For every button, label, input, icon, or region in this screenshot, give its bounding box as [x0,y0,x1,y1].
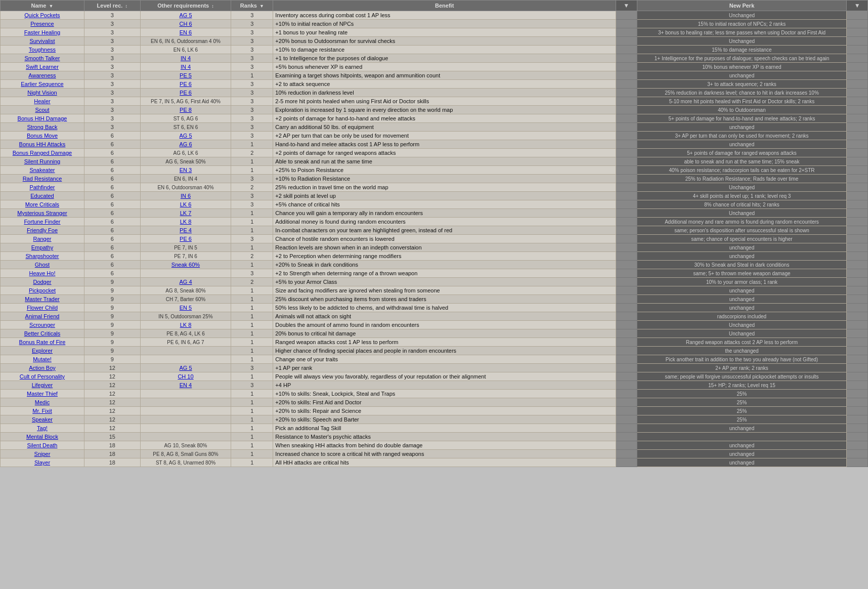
perk-name[interactable]: Toughness [1,46,84,54]
perk-name[interactable]: Mr. Fixit [1,407,84,415]
col-header-ranks[interactable]: Ranks ▼ [231,1,273,11]
perk-name[interactable]: Swift Learner [1,63,84,71]
perk-requirements[interactable]: LK 7 [140,209,231,218]
perk-name[interactable]: Better Criticals [1,329,84,338]
perk-name[interactable]: Bonus Rate of Fire [1,338,84,347]
table-row: Mental Block151Resistance to Master's ps… [1,433,868,441]
col-header-filter2[interactable]: ▼ [847,1,868,11]
perk-benefit: Resistance to Master's psychic attacks [273,433,616,441]
perk-requirements[interactable]: AG 6 [140,140,231,149]
filter-icon-2[interactable]: ▼ [854,2,860,9]
perk-name[interactable]: Scrounger [1,321,84,329]
perk-requirements[interactable]: LK 6 [140,200,231,209]
perk-name[interactable]: Action Boy [1,364,84,372]
filter-icon[interactable]: ▼ [623,2,629,9]
perk-name[interactable]: Bonus HtH Attacks [1,140,84,149]
col-header-name[interactable]: Name ▼ [1,1,84,11]
perk-requirements[interactable]: LK 8 [140,321,231,329]
perk-requirements[interactable]: PE 8 [140,106,231,114]
perk-name[interactable]: Bonus HtH Damage [1,114,84,123]
perk-name[interactable]: Mental Block [1,433,84,441]
perk-name[interactable]: Pathfinder [1,183,84,192]
perk-name[interactable]: Empathy [1,243,84,252]
perk-name[interactable]: Lifegiver [1,381,84,390]
perk-requirements[interactable]: PE 6 [140,89,231,97]
perk-requirements[interactable]: EN 3 [140,166,231,175]
col-header-level[interactable]: Level rec. ↕ [84,1,140,11]
perk-name[interactable]: Earlier Sequence [1,80,84,89]
perk-name[interactable]: Strong Back [1,123,84,132]
perk-name[interactable]: Explorer [1,347,84,355]
perk-name[interactable]: Healer [1,97,84,106]
perk-name[interactable]: Tag! [1,424,84,433]
perk-name[interactable]: Survivalist [1,37,84,46]
perk-requirements: ST 8, AG 8, Unarmed 80% [140,458,231,467]
perk-requirements[interactable]: EN 4 [140,381,231,390]
perk-name[interactable]: Mutate! [1,355,84,364]
perk-name[interactable]: Bonus Move [1,132,84,140]
perk-name[interactable]: Silent Running [1,157,84,166]
perk-name[interactable]: Flower Child [1,304,84,312]
perk-name[interactable]: Quick Pockets [1,11,84,20]
perk-requirements[interactable]: Sneak 60% [140,261,231,269]
perk-name[interactable]: Speaker [1,415,84,424]
perk-requirements[interactable]: CH 6 [140,20,231,28]
perk-name[interactable]: Smooth Talker [1,54,84,63]
perk-requirements[interactable]: LK 8 [140,218,231,226]
perk-name[interactable]: Fortune Finder [1,218,84,226]
table-row: Pickpocket9AG 8, Sneak 80%1Size and faci… [1,286,868,295]
perk-name[interactable]: Night Vision [1,89,84,97]
perk-requirements[interactable]: CH 10 [140,372,231,381]
perk-name[interactable]: Ranger [1,235,84,243]
perk-name[interactable]: Ghost [1,261,84,269]
col-header-newperk[interactable]: New Perk [637,1,847,11]
perk-requirements[interactable]: PE 6 [140,80,231,89]
row-filter-2 [847,123,868,132]
perk-requirements[interactable]: AG 4 [140,278,231,286]
perk-name[interactable]: Sharpshooter [1,252,84,261]
perk-benefit: +2 to attack sequence [273,80,616,89]
perk-name[interactable]: Heave Ho! [1,269,84,278]
row-filter [616,149,637,157]
perk-requirements[interactable]: EN 5 [140,304,231,312]
perk-new: Pick another trait in addition to the tw… [637,355,847,364]
perk-requirements: CH 7, Barter 60% [140,295,231,304]
col-header-other[interactable]: Other requirements ↕ [140,1,231,11]
perk-name[interactable]: Sniper [1,450,84,458]
row-filter-2 [847,11,868,20]
perk-requirements[interactable]: AG 5 [140,364,231,372]
perk-name[interactable]: Mysterious Stranger [1,209,84,218]
perk-requirements[interactable]: AG 5 [140,132,231,140]
perk-name[interactable]: Friendly Foe [1,226,84,235]
perk-requirements[interactable]: IN 4 [140,63,231,71]
perk-requirements[interactable]: EN 6 [140,28,231,37]
perk-name[interactable]: Silent Death [1,441,84,450]
perk-name[interactable]: Bonus Ranged Damage [1,149,84,157]
perk-name[interactable]: Awareness [1,71,84,80]
col-header-benefit[interactable]: Benefit [273,1,616,11]
perk-requirements[interactable]: IN 6 [140,192,231,200]
perk-requirements[interactable]: PE 5 [140,71,231,80]
perk-new: unchanged [637,424,847,433]
perk-requirements[interactable]: AG 5 [140,11,231,20]
row-filter-2 [847,97,868,106]
perk-name[interactable]: Cult of Personality [1,372,84,381]
perk-name[interactable]: Faster Healing [1,28,84,37]
perk-name[interactable]: Dodger [1,278,84,286]
perk-name[interactable]: Pickpocket [1,286,84,295]
perk-requirements[interactable]: IN 4 [140,54,231,63]
perk-name[interactable]: Medic [1,398,84,407]
perk-requirements[interactable]: PE 6 [140,235,231,243]
perk-name[interactable]: Presence [1,20,84,28]
perk-name[interactable]: Animal Friend [1,312,84,321]
perk-name[interactable]: Master Thief [1,390,84,398]
perk-name[interactable]: Educated [1,192,84,200]
perk-name[interactable]: Master Trader [1,295,84,304]
perk-name[interactable]: More Criticals [1,200,84,209]
col-header-filter[interactable]: ▼ [616,1,637,11]
perk-name[interactable]: Scout [1,106,84,114]
perk-name[interactable]: Slayer [1,458,84,467]
perk-name[interactable]: Snakeater [1,166,84,175]
perk-requirements[interactable]: PE 4 [140,226,231,235]
perk-name[interactable]: Rad Resistance [1,175,84,183]
